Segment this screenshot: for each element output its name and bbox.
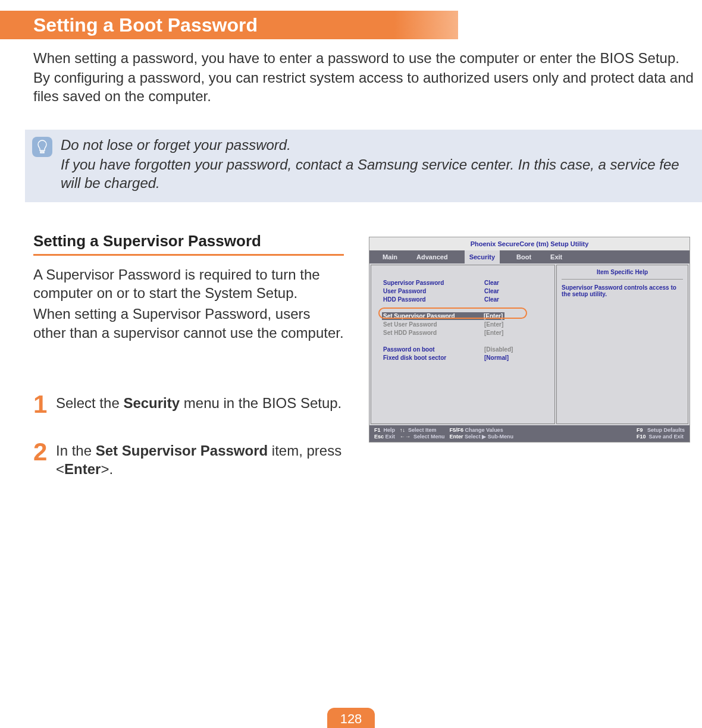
bios-menu-main[interactable]: Main (380, 250, 400, 263)
bios-help-text: Supervisor Password controls access to t… (562, 284, 683, 297)
tip-line2: If you have forgotten your password, con… (61, 155, 695, 192)
section-p2: When setting a Supervisor Password, user… (33, 305, 344, 341)
intro-p2: By configuring a password, you can restr… (33, 68, 694, 105)
bios-footer: F1 Help Esc Exit ↑↓ Select Item ←→ Selec… (369, 425, 690, 442)
tip-text: Do not lose or forget your password. If … (61, 136, 695, 194)
step-1: 1 Select the Security menu in the BIOS S… (33, 394, 344, 415)
bios-row-pwd-boot[interactable]: Password on boot[Disabled] (383, 345, 554, 353)
tip-line1: Do not lose or forget your password. (61, 136, 695, 154)
bios-help-title: Item Specific Help (562, 269, 683, 280)
page-title: Setting a Boot Password (33, 14, 258, 36)
page-number: 128 (327, 708, 375, 728)
page-number-wrap: 128 (0, 708, 702, 728)
bios-menu-bar: Main Advanced Security Boot Exit (369, 250, 690, 263)
bios-setup-screenshot: Phoenix SecureCore (tm) Setup Utility Ma… (369, 237, 690, 443)
bios-title: Phoenix SecureCore (tm) Setup Utility (369, 237, 690, 250)
bios-row-set-hdd[interactable]: Set HDD Password[Enter] (383, 328, 554, 337)
step-list: 1 Select the Security menu in the BIOS S… (33, 394, 344, 504)
bios-menu-advanced[interactable]: Advanced (414, 250, 450, 263)
title-bar-main: Setting a Boot Password (33, 11, 458, 39)
section-p1: A Supervisor Password is required to tur… (33, 265, 344, 302)
bios-help-panel: Item Specific Help Supervisor Password c… (556, 265, 688, 424)
section-body: A Supervisor Password is required to tur… (33, 265, 344, 344)
bios-row: HDD PasswordClear (383, 295, 554, 303)
step-text: In the Set Supervisor Password item, pre… (56, 441, 344, 478)
bios-menu-boot[interactable]: Boot (514, 250, 534, 263)
bios-menu-exit[interactable]: Exit (548, 250, 565, 263)
tip-box: Do not lose or forget your password. If … (25, 130, 702, 202)
section-heading: Setting a Supervisor Password (33, 232, 344, 256)
bios-menu-security[interactable]: Security (465, 250, 500, 263)
bios-row: Supervisor PasswordClear (383, 278, 554, 287)
lightbulb-icon (32, 137, 52, 157)
intro-p1: When setting a password, you have to ent… (33, 49, 694, 67)
step-text: Select the Security menu in the BIOS Set… (56, 394, 341, 412)
step-number: 1 (33, 394, 50, 415)
intro-text: When setting a password, you have to ent… (33, 49, 694, 107)
bios-row-set-user[interactable]: Set User Password[Enter] (383, 320, 554, 328)
step-number: 2 (33, 441, 50, 463)
bios-row-set-supervisor[interactable]: Set Supervisor Password[Enter] (383, 312, 554, 320)
bios-row: User PasswordClear (383, 287, 554, 295)
title-bar-accent (0, 11, 33, 39)
step-2: 2 In the Set Supervisor Password item, p… (33, 441, 344, 478)
bios-left-panel: Supervisor PasswordClear User PasswordCl… (371, 265, 555, 424)
bios-row-fixed-disk[interactable]: Fixed disk boot sector[Normal] (383, 353, 554, 362)
title-bar: Setting a Boot Password (0, 11, 458, 39)
bios-body: Supervisor PasswordClear User PasswordCl… (369, 263, 690, 425)
